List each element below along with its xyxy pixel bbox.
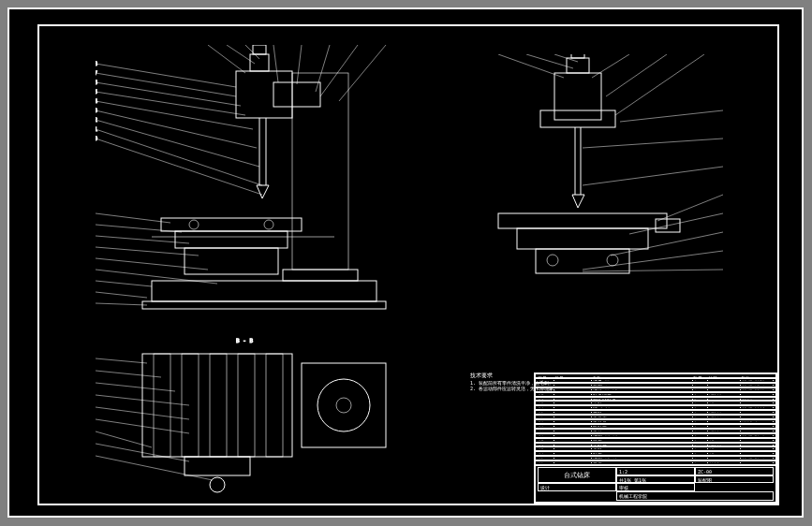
svg-line-80 <box>96 371 161 377</box>
balloon: 11 <box>96 125 98 132</box>
svg-line-54 <box>498 54 564 78</box>
drawing-canvas: 18 17 16 15 14 13 12 11 10 <box>39 26 777 504</box>
cad-window-frame: 18 17 16 15 14 13 12 11 10 <box>7 7 804 518</box>
title-block: 序号代号 名称数量 材料备注 40螺母 M84GB/T 617039垫圈 84G… <box>534 373 777 504</box>
svg-point-77 <box>317 379 370 431</box>
title-block-main: 台式钻床 1:2 ZC-00 共1张 第1张 装配图 设计 审核 机械工程学院 <box>535 465 776 503</box>
svg-line-57 <box>592 54 629 78</box>
svg-line-62 <box>583 167 723 185</box>
svg-line-58 <box>606 54 667 96</box>
svg-rect-50 <box>536 249 629 273</box>
svg-line-40 <box>96 292 147 298</box>
svg-rect-69 <box>154 354 170 457</box>
svg-rect-6 <box>253 45 266 54</box>
svg-point-13 <box>189 220 199 229</box>
balloon: 10 <box>96 135 98 141</box>
svg-line-39 <box>96 281 152 286</box>
svg-line-25 <box>208 45 245 73</box>
balloon: 14 <box>96 97 98 104</box>
svg-point-51 <box>547 255 558 266</box>
balloon: 16 <box>96 79 98 85</box>
balloon: 18 <box>96 60 98 66</box>
svg-line-87 <box>96 456 213 480</box>
svg-line-24 <box>96 139 262 195</box>
svg-rect-3 <box>142 301 386 309</box>
drawing-name: 台式钻床 <box>538 467 616 483</box>
svg-point-78 <box>336 398 351 413</box>
svg-rect-76 <box>302 363 386 447</box>
svg-line-63 <box>657 195 723 221</box>
svg-line-66 <box>583 251 723 270</box>
balloon: 15 <box>96 88 98 95</box>
svg-line-31 <box>320 45 358 96</box>
svg-rect-68 <box>142 354 292 457</box>
side-view <box>442 54 732 298</box>
svg-point-75 <box>210 477 225 492</box>
svg-rect-74 <box>185 457 250 475</box>
front-view: 18 17 16 15 14 13 12 11 10 <box>96 45 405 326</box>
svg-rect-44 <box>571 54 584 58</box>
svg-rect-71 <box>210 354 227 457</box>
svg-line-29 <box>297 45 302 84</box>
svg-line-28 <box>273 45 278 82</box>
svg-line-67 <box>583 270 723 271</box>
svg-line-38 <box>96 270 217 284</box>
svg-rect-70 <box>182 354 199 457</box>
svg-point-14 <box>264 220 273 229</box>
svg-line-16 <box>96 64 236 87</box>
svg-line-23 <box>96 129 262 185</box>
svg-line-22 <box>96 120 259 167</box>
svg-line-61 <box>583 139 723 148</box>
svg-rect-43 <box>567 58 589 73</box>
svg-line-33 <box>96 213 170 223</box>
svg-line-20 <box>96 101 253 129</box>
balloon: 17 <box>96 69 98 76</box>
svg-rect-5 <box>250 54 269 71</box>
svg-line-64 <box>629 213 723 234</box>
top-section-view: B - B <box>96 335 405 494</box>
svg-rect-72 <box>238 354 255 457</box>
svg-rect-49 <box>517 228 648 249</box>
svg-line-85 <box>96 431 152 447</box>
svg-rect-42 <box>554 73 601 120</box>
svg-rect-10 <box>161 218 302 231</box>
balloon: 13 <box>96 107 98 113</box>
svg-line-18 <box>96 82 241 106</box>
svg-rect-1 <box>283 270 358 281</box>
svg-rect-48 <box>498 213 667 228</box>
svg-line-34 <box>96 225 182 232</box>
svg-rect-4 <box>236 71 292 118</box>
drawing-no: ZC-00 <box>695 467 774 475</box>
svg-line-21 <box>96 110 257 148</box>
balloon: 12 <box>96 116 98 123</box>
svg-line-19 <box>96 92 245 115</box>
svg-line-41 <box>96 303 147 305</box>
svg-line-17 <box>96 73 236 96</box>
svg-line-65 <box>611 232 723 256</box>
svg-point-52 <box>607 255 618 266</box>
org: 机械工程学院 <box>616 491 774 501</box>
svg-line-37 <box>96 258 208 270</box>
svg-line-79 <box>96 358 147 363</box>
svg-rect-2 <box>152 281 376 301</box>
svg-rect-7 <box>273 82 320 107</box>
svg-line-59 <box>615 54 704 115</box>
section-label: B - B <box>236 337 253 343</box>
svg-rect-12 <box>185 248 278 274</box>
svg-rect-11 <box>175 231 288 248</box>
svg-rect-45 <box>540 110 615 127</box>
svg-line-81 <box>96 383 175 391</box>
svg-line-60 <box>620 110 723 122</box>
svg-line-30 <box>316 45 330 92</box>
drawing-border: 18 17 16 15 14 13 12 11 10 <box>37 24 779 505</box>
svg-rect-73 <box>266 354 283 457</box>
